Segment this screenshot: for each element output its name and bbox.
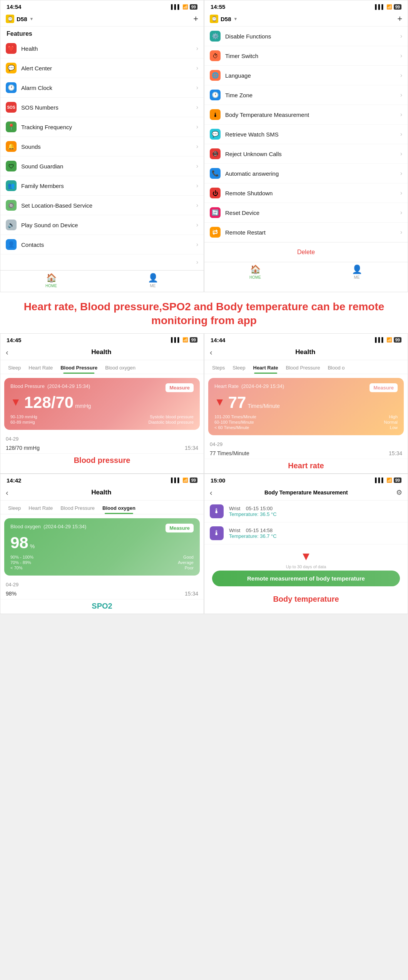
tab-hr-bo[interactable]: Heart Rate bbox=[25, 503, 57, 514]
menu-item-family-members[interactable]: 👥 Family Members › bbox=[0, 176, 204, 196]
tab-blood-oxygen-bo[interactable]: Blood oxygen bbox=[99, 503, 139, 514]
battery-hp2: 99 bbox=[394, 337, 401, 343]
tab-heart-rate-bp[interactable]: Heart Rate bbox=[25, 363, 57, 374]
chevron-right-icon: › bbox=[196, 65, 198, 72]
chevron-right-icon: › bbox=[196, 182, 198, 189]
menu-item-sounds[interactable]: 🔔 Sounds › bbox=[0, 137, 204, 156]
bo-label-2: Average bbox=[178, 560, 194, 565]
history-date-bo: 04-29 bbox=[0, 579, 204, 588]
menu-item-auto-answer[interactable]: 📞 Automatic answering › bbox=[204, 164, 408, 183]
bo-range-2: 70% - 89% bbox=[10, 560, 33, 565]
home-icon-2: 🏠 bbox=[250, 265, 261, 275]
tab-blood-oxygen-bp[interactable]: Blood oxygen bbox=[101, 363, 139, 374]
health-header-hr: ‹ Health bbox=[204, 345, 408, 360]
temp-value-2: Temperature: 36.7 °C bbox=[229, 533, 402, 539]
tracking-icon: 📍 bbox=[6, 121, 17, 132]
play-sound-label: Play Sound on Device bbox=[21, 222, 196, 228]
temp-icon-2: 🌡 bbox=[210, 526, 224, 540]
tab-bo-hr[interactable]: Blood o bbox=[324, 363, 348, 374]
chevron-right-icon: › bbox=[196, 104, 198, 111]
delete-button[interactable]: Delete bbox=[204, 242, 408, 262]
menu-item-tracking[interactable]: 📍 Tracking Frequency › bbox=[0, 117, 204, 137]
add-device-button[interactable]: + bbox=[193, 14, 198, 24]
menu-item-timer-switch[interactable]: ⏱ Timer Switch › bbox=[204, 46, 408, 66]
menu-item-body-temp[interactable]: 🌡 Body Temperature Measurement › bbox=[204, 105, 408, 125]
nav-me-1[interactable]: 👤 ME bbox=[102, 273, 204, 288]
health-row-1: 14:45 ▌▌▌ 📶 99 ‹ Health Sleep Heart Rate… bbox=[0, 333, 408, 474]
history-time-hr: 15:34 bbox=[389, 450, 402, 456]
battery-1: 99 bbox=[190, 4, 197, 10]
wifi-icon-hp3: 📶 bbox=[182, 478, 188, 483]
back-button-hr[interactable]: ‹ bbox=[210, 348, 212, 357]
measure-button-bp[interactable]: Measure bbox=[166, 383, 194, 392]
back-button-bt[interactable]: ‹ bbox=[210, 488, 212, 497]
menu-item-disable-functions[interactable]: ⚙️ Disable Functions › bbox=[204, 27, 408, 46]
remote-measurement-button[interactable]: Remote measurement of body temperature bbox=[212, 571, 400, 586]
menu-item-language[interactable]: 🌐 Language › bbox=[204, 66, 408, 85]
tab-blood-pressure-bp[interactable]: Blood Pressure bbox=[57, 363, 101, 374]
tab-steps-hr[interactable]: Steps bbox=[208, 363, 229, 374]
tab-heart-rate-hr[interactable]: Heart Rate bbox=[249, 363, 282, 374]
menu-item-contacts[interactable]: 👤 Contacts › bbox=[0, 235, 204, 255]
reject-calls-icon: 📵 bbox=[210, 148, 221, 159]
contacts-icon: 👤 bbox=[6, 239, 17, 250]
time-zone-icon: 🕐 bbox=[210, 90, 221, 100]
tab-sleep-hr[interactable]: Sleep bbox=[229, 363, 249, 374]
location-service-label: Set Location-Based Service bbox=[21, 202, 196, 209]
nav-me-2[interactable]: 👤 ME bbox=[306, 265, 408, 280]
health-phone-bo: 14:42 ▌▌▌ 📶 99 ‹ Health Sleep Heart Rate… bbox=[0, 474, 204, 614]
menu-item-health[interactable]: ❤️ Health › bbox=[0, 39, 204, 58]
status-icons-hp1: ▌▌▌ 📶 99 bbox=[171, 337, 197, 343]
history-value-hr: 77 Times/Minute bbox=[210, 450, 249, 456]
measure-button-hr[interactable]: Measure bbox=[370, 383, 398, 392]
range-right-hr: High Normal Low bbox=[384, 414, 398, 430]
back-button-bo[interactable]: ‹ bbox=[6, 488, 8, 497]
range-left-hr: 101-200 Times/Minute 60-100 Times/Minute… bbox=[214, 414, 256, 430]
chevron-right-icon: › bbox=[196, 143, 198, 150]
chevron-right-icon: › bbox=[196, 123, 198, 130]
menu-item-location-service[interactable]: 🔘 Set Location-Based Service › bbox=[0, 196, 204, 215]
card-ranges-hr: 101-200 Times/Minute 60-100 Times/Minute… bbox=[214, 414, 398, 430]
menu-item-reset-device[interactable]: 🔄 Reset Device › bbox=[204, 203, 408, 223]
nav-home-1[interactable]: 🏠 HOME bbox=[0, 273, 102, 288]
back-button-bp[interactable]: ‹ bbox=[6, 348, 8, 357]
tab-bp-bo[interactable]: Blood Pressure bbox=[57, 503, 99, 514]
add-button-2[interactable]: + bbox=[397, 14, 402, 24]
health-tabs-bp: Sleep Heart Rate Blood Pressure Blood ox… bbox=[0, 360, 204, 374]
menu-item-remote-shutdown[interactable]: ⏻ Remote Shutdown › bbox=[204, 183, 408, 203]
menu-item-sound-guardian[interactable]: 🛡 Sound Guardian › bbox=[0, 156, 204, 176]
menu-item-alarm-clock[interactable]: 🕐 Alarm Clock › bbox=[0, 78, 204, 98]
menu-item-sos-numbers[interactable]: SOS SOS Numbers › bbox=[0, 98, 204, 117]
wifi-icon-hp2: 📶 bbox=[386, 337, 392, 343]
signal-icon-hp4: ▌▌▌ bbox=[375, 478, 385, 483]
menu-item-more[interactable]: › bbox=[0, 255, 204, 270]
chevron-right-icon: › bbox=[400, 52, 402, 59]
menu-item-alert-center[interactable]: 💬 Alert Center › bbox=[0, 58, 204, 78]
health-header-bp: ‹ Health bbox=[0, 345, 204, 360]
tab-sleep-bo[interactable]: Sleep bbox=[4, 503, 25, 514]
gear-icon-bt[interactable]: ⚙ bbox=[396, 488, 402, 497]
sos-numbers-label: SOS Numbers bbox=[21, 104, 196, 111]
range-right-bo: Good Average Poor bbox=[178, 555, 194, 570]
menu-item-reject-calls[interactable]: 📵 Reject Unknown Calls › bbox=[204, 144, 408, 164]
tab-bp-hr[interactable]: Blood Pressure bbox=[282, 363, 324, 374]
tab-sleep-bp[interactable]: Sleep bbox=[4, 363, 25, 374]
reset-device-icon: 🔄 bbox=[210, 207, 221, 218]
measure-button-bo[interactable]: Measure bbox=[166, 524, 194, 532]
menu-item-time-zone[interactable]: 🕐 Time Zone › bbox=[204, 85, 408, 105]
menu-item-retrieve-sms[interactable]: 💬 Retrieve Watch SMS › bbox=[204, 125, 408, 144]
timer-switch-label: Timer Switch bbox=[225, 53, 400, 59]
remote-restart-label: Remote Restart bbox=[225, 229, 400, 236]
family-members-label: Family Members bbox=[21, 183, 196, 189]
bo-value: 98 bbox=[10, 535, 28, 551]
menu-item-remote-restart[interactable]: 🔁 Remote Restart › bbox=[204, 223, 408, 242]
menu-item-play-sound[interactable]: 🔊 Play Sound on Device › bbox=[0, 215, 204, 235]
card-date-bp: (2024-04-29 15:34) bbox=[47, 383, 90, 389]
reject-calls-label: Reject Unknown Calls bbox=[225, 151, 400, 157]
device-header-2: ⌚ D58 ▼ + bbox=[204, 12, 408, 27]
arrow-indicator-hr: ▼ bbox=[214, 396, 225, 408]
nav-home-2[interactable]: 🏠 HOME bbox=[204, 265, 306, 280]
history-entry-bp: 128/70 mmHg 15:34 bbox=[0, 443, 204, 454]
history-time-bo: 15:34 bbox=[185, 591, 198, 597]
history-value-bp: 128/70 mmHg bbox=[6, 445, 40, 451]
